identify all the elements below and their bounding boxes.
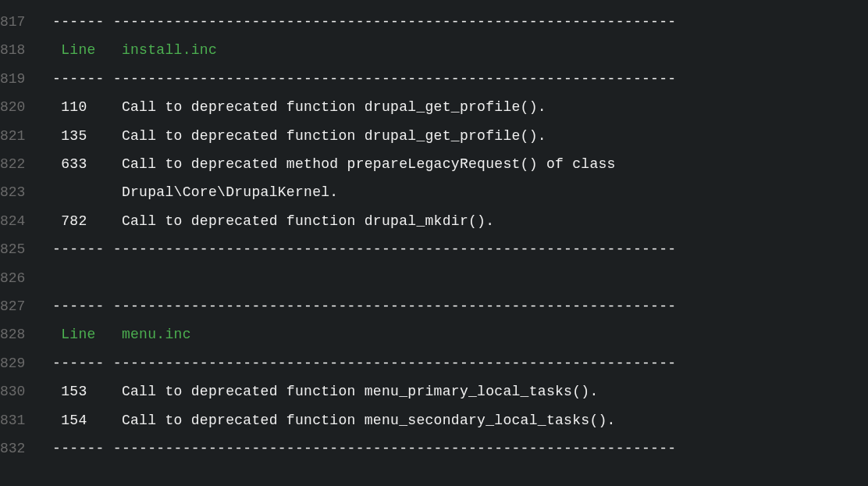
text-segment: 633 Call to deprecated method prepareLeg… <box>44 156 694 172</box>
line-content: ------ ---------------------------------… <box>44 292 685 320</box>
text-segment: 154 Call to deprecated function menu_sec… <box>44 413 694 428</box>
line-content: 135 Call to deprecated function drupal_g… <box>44 122 694 150</box>
line-number: 827 <box>0 292 44 320</box>
text-segment: 110 Call to deprecated function drupal_g… <box>44 99 694 115</box>
code-container: 817 ------ -----------------------------… <box>0 0 868 476</box>
text-segment: ------ ---------------------------------… <box>44 71 685 87</box>
line-number: 830 <box>0 377 44 406</box>
code-line: 822 633 Call to deprecated method prepar… <box>0 150 868 178</box>
text-segment: ------ ---------------------------------… <box>44 356 685 371</box>
code-line: 832 ------ -----------------------------… <box>0 434 868 463</box>
line-number: 822 <box>0 150 44 178</box>
text-segment: 135 Call to deprecated function drupal_g… <box>44 128 694 144</box>
text-segment: ------ ---------------------------------… <box>44 241 685 257</box>
line-number: 817 <box>0 8 44 36</box>
line-content: ------ ---------------------------------… <box>44 434 685 463</box>
line-number: 824 <box>0 207 44 235</box>
line-content: ------ ---------------------------------… <box>44 235 685 263</box>
line-content: 110 Call to deprecated function drupal_g… <box>44 93 694 121</box>
line-number: 832 <box>0 434 44 463</box>
line-content: 633 Call to deprecated method prepareLeg… <box>44 150 694 178</box>
code-line: 828 Line menu.inc <box>0 320 868 348</box>
line-number: 828 <box>0 320 44 348</box>
line-content: 782 Call to deprecated function drupal_m… <box>44 207 694 235</box>
code-line: 831 154 Call to deprecated function menu… <box>0 406 868 434</box>
line-content: Line menu.inc <box>44 320 694 348</box>
text-segment: 782 Call to deprecated function drupal_m… <box>44 213 694 229</box>
text-segment: ------ ---------------------------------… <box>44 441 685 456</box>
code-line: 824 782 Call to deprecated function drup… <box>0 207 868 235</box>
line-content: Line install.inc <box>44 36 694 64</box>
text-segment: Line install.inc <box>44 42 694 58</box>
text-segment: ------ ---------------------------------… <box>44 14 685 30</box>
line-number: 825 <box>0 235 44 263</box>
line-content: ------ ---------------------------------… <box>44 8 685 36</box>
line-content: ------ ---------------------------------… <box>44 65 685 93</box>
code-line: 827 ------ -----------------------------… <box>0 292 868 320</box>
code-line: 820 110 Call to deprecated function drup… <box>0 93 868 121</box>
line-content: 154 Call to deprecated function menu_sec… <box>44 406 694 434</box>
line-content: 153 Call to deprecated function menu_pri… <box>44 377 694 406</box>
code-line: 819 ------ -----------------------------… <box>0 65 868 93</box>
code-line: 823 Drupal\Core\DrupalKernel. <box>0 178 868 206</box>
line-number: 819 <box>0 65 44 93</box>
code-line: 817 ------ -----------------------------… <box>0 8 868 36</box>
text-segment: Line menu.inc <box>44 327 694 342</box>
code-line: 826 <box>0 264 868 292</box>
line-number: 820 <box>0 93 44 121</box>
line-content: Drupal\Core\DrupalKernel. <box>44 178 694 206</box>
text-segment: 153 Call to deprecated function menu_pri… <box>44 384 694 399</box>
line-number: 831 <box>0 406 44 434</box>
code-line: 825 ------ -----------------------------… <box>0 235 868 263</box>
line-number: 821 <box>0 122 44 150</box>
code-line: 830 153 Call to deprecated function menu… <box>0 377 868 406</box>
code-line: 829 ------ -----------------------------… <box>0 349 868 377</box>
text-segment: Drupal\Core\DrupalKernel. <box>44 184 694 200</box>
code-line: 818 Line install.inc <box>0 36 868 64</box>
line-number: 818 <box>0 36 44 64</box>
line-number: 823 <box>0 178 44 206</box>
line-number: 829 <box>0 349 44 377</box>
line-number: 826 <box>0 264 44 292</box>
line-content: ------ ---------------------------------… <box>44 349 685 377</box>
text-segment: ------ ---------------------------------… <box>44 298 685 314</box>
code-line: 821 135 Call to deprecated function drup… <box>0 122 868 150</box>
